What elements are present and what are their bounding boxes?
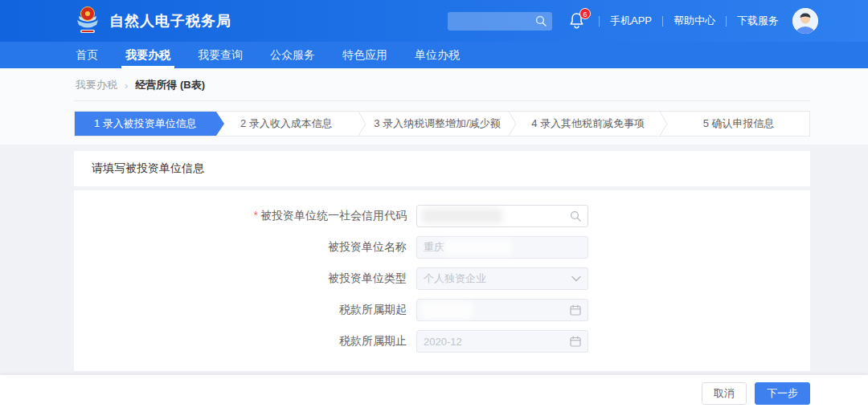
form-row-period-end: 税款所属期止 2020-12: [74, 330, 810, 353]
step-chevron-icon: [508, 112, 518, 136]
invested-unit-form: *被投资单位统一社会信用代码 被投资单位名称 重庆 被投资单位类型: [74, 190, 810, 371]
link-help-center[interactable]: 帮助中心: [674, 14, 715, 28]
step-chevron-icon: [357, 112, 366, 136]
period-start-input: [416, 299, 588, 321]
app-title: 自然人电子税务局: [109, 11, 231, 31]
notification-bell[interactable]: 6: [569, 12, 585, 30]
calendar-icon: [570, 336, 581, 347]
step-label: 4 录入其他税前减免事项: [531, 116, 645, 131]
header-search[interactable]: [448, 12, 552, 31]
chevron-down-icon: [571, 275, 581, 282]
unit-type-select: 个人独资企业: [416, 267, 588, 290]
field-label-text: 被投资单位类型: [328, 271, 407, 284]
field-label: 被投资单位类型: [74, 271, 416, 286]
logo: 自然人电子税务局: [74, 6, 231, 36]
breadcrumb-separator-icon: ›: [125, 80, 128, 92]
nav-item-public-service[interactable]: 公众服务: [270, 42, 315, 68]
field-label-text: 被投资单位名称: [328, 240, 407, 253]
step-1-invested-unit-info[interactable]: 1 录入被投资单位信息: [75, 112, 216, 136]
field-label: 税款所属期起: [74, 303, 416, 317]
field-value: 2020-12: [424, 336, 462, 348]
step-4-pre-tax-deductions[interactable]: 4 录入其他税前减免事项: [518, 112, 659, 136]
censored-value: [446, 242, 509, 253]
header-divider: [662, 16, 663, 27]
step-indicator: 1 录入被投资单位信息 2 录入收入成本信息 3 录入纳税调整增加/减少额 4 …: [74, 111, 810, 137]
calendar-icon: [570, 304, 581, 316]
nav-label: 单位办税: [415, 48, 460, 63]
nav-label: 首页: [76, 48, 98, 63]
step-label: 2 录入收入成本信息: [240, 116, 333, 131]
step-3-tax-adjustment[interactable]: 3 录入纳税调整增加/减少额: [366, 112, 508, 136]
nav-label: 我要查询: [198, 48, 243, 63]
breadcrumb: 我要办税 › 经营所得 (B表): [74, 68, 810, 101]
search-input[interactable]: [453, 15, 535, 27]
search-icon[interactable]: [570, 210, 581, 222]
topband: 我要办税 › 经营所得 (B表) 1 录入被投资单位信息 2 录入收入成本信息 …: [0, 68, 868, 145]
breadcrumb-parent[interactable]: 我要办税: [76, 78, 117, 92]
breadcrumb-current: 经营所得 (B表): [135, 78, 205, 92]
field-label: 税款所属期止: [74, 334, 416, 349]
nav-item-unit-tax[interactable]: 单位办税: [415, 42, 460, 68]
credit-code-input[interactable]: [416, 205, 588, 227]
header-divider: [726, 16, 727, 27]
step-chevron-icon: [658, 112, 668, 136]
field-label: *被投资单位统一社会信用代码: [74, 209, 416, 223]
censored-value: [424, 304, 470, 316]
step-5-confirm-declaration[interactable]: 5 确认申报信息: [668, 112, 809, 136]
nav-item-tax-filing[interactable]: 我要办税: [125, 42, 170, 68]
step-2-income-cost-info[interactable]: 2 录入收入成本信息: [216, 112, 358, 136]
link-mobile-app[interactable]: 手机APP: [610, 14, 652, 28]
header-right: 6 手机APP 帮助中心 下载服务: [448, 8, 818, 34]
nav-label: 公众服务: [270, 48, 315, 63]
form-row-unit-name: 被投资单位名称 重庆: [74, 236, 810, 259]
field-label: 被投资单位名称: [74, 240, 416, 255]
form-section-title-text: 请填写被投资单位信息: [92, 161, 204, 176]
step-label: 3 录入纳税调整增加/减少额: [374, 116, 500, 131]
notification-badge: 6: [579, 8, 591, 19]
app-header: 自然人电子税务局 6 手机APP 帮助中心 下载服务: [0, 0, 868, 42]
header-divider: [599, 16, 600, 27]
form-row-credit-code: *被投资单位统一社会信用代码: [74, 205, 810, 227]
nav-item-featured-apps[interactable]: 特色应用: [342, 42, 387, 68]
cancel-button[interactable]: 取消: [702, 382, 747, 405]
main-nav: 首页 我要办税 我要查询 公众服务 特色应用 单位办税: [0, 42, 868, 68]
field-label-text: 被投资单位统一社会信用代码: [260, 209, 407, 222]
step-label: 1 录入被投资单位信息: [94, 116, 197, 131]
action-footer: 取消 下一步: [0, 375, 868, 412]
field-label-text: 税款所属期起: [339, 303, 407, 316]
form-row-period-start: 税款所属期起: [74, 299, 810, 321]
step-label: 5 确认申报信息: [703, 116, 775, 131]
nav-item-home[interactable]: 首页: [76, 42, 98, 68]
field-value: 个人独资企业: [424, 271, 486, 286]
nav-label: 我要办税: [125, 48, 170, 63]
field-label-text: 税款所属期止: [339, 334, 407, 347]
nav-item-inquiry[interactable]: 我要查询: [198, 42, 243, 68]
user-avatar[interactable]: [792, 8, 818, 34]
search-icon[interactable]: [535, 15, 547, 27]
field-value: 重庆: [424, 240, 444, 255]
unit-name-input: 重庆: [416, 236, 588, 259]
next-step-button[interactable]: 下一步: [755, 382, 810, 405]
form-section-title: 请填写被投资单位信息: [74, 151, 810, 186]
required-mark: *: [254, 209, 258, 222]
nav-label: 特色应用: [342, 48, 387, 63]
period-end-input: 2020-12: [416, 330, 588, 353]
censored-value: [424, 210, 501, 222]
tax-emblem-icon: [74, 6, 101, 36]
link-download-service[interactable]: 下载服务: [737, 14, 779, 28]
form-row-unit-type: 被投资单位类型 个人独资企业: [74, 267, 810, 290]
